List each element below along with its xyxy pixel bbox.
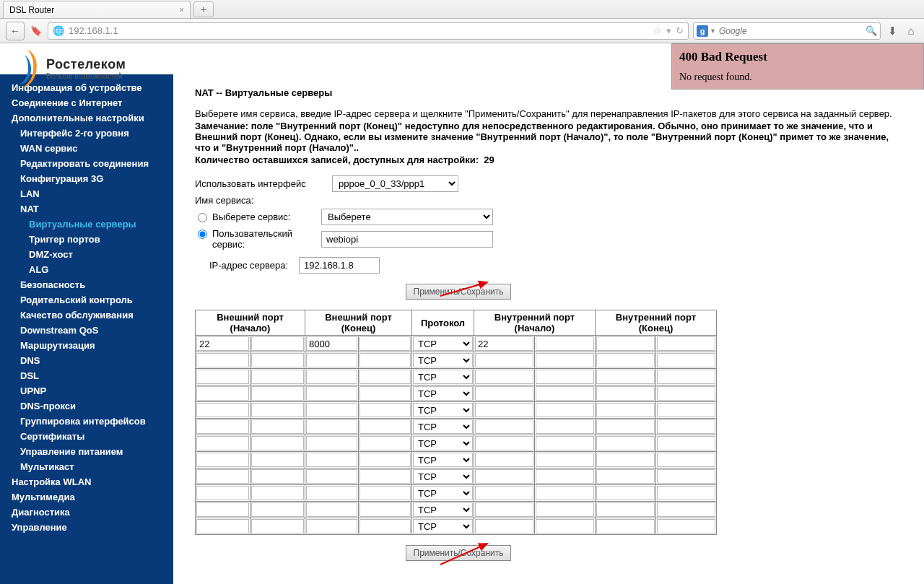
ext-port-start2-input[interactable]: [251, 370, 304, 384]
star-icon[interactable]: ☆: [653, 25, 662, 36]
int-port-end-input[interactable]: [596, 370, 655, 384]
back-button[interactable]: ←: [6, 22, 25, 40]
ext-port-start-input[interactable]: [196, 469, 249, 484]
sidebar-item-dsl[interactable]: DSL: [0, 368, 173, 383]
sidebar-item-internet[interactable]: Соединение с Интернет: [0, 95, 173, 110]
protocol-select[interactable]: TCP: [413, 502, 473, 517]
reload-icon[interactable]: ↻: [676, 25, 684, 36]
int-port-start-input[interactable]: [475, 486, 533, 500]
int-port-start-input[interactable]: [475, 469, 533, 484]
int-port-end-input[interactable]: [596, 453, 655, 467]
int-port-start2-input[interactable]: [536, 453, 594, 467]
sidebar-item-multicast[interactable]: Мультикаст: [0, 459, 173, 474]
ext-port-start-input[interactable]: [196, 353, 249, 367]
ext-port-end-input[interactable]: [306, 469, 357, 484]
protocol-select[interactable]: TCP: [413, 386, 473, 401]
int-port-end2-input[interactable]: [657, 436, 715, 450]
int-port-end-input[interactable]: [596, 336, 655, 351]
sidebar-item-nat[interactable]: NAT: [0, 201, 173, 217]
int-port-end2-input[interactable]: [657, 419, 715, 434]
int-port-end-input[interactable]: [596, 386, 655, 401]
int-port-start2-input[interactable]: [536, 403, 594, 417]
url-bar[interactable]: 🌐 192.168.1.1 ☆ ▾ ↻: [48, 22, 689, 40]
ext-port-end2-input[interactable]: [359, 519, 411, 533]
sidebar-item-parental[interactable]: Родительский контроль: [0, 292, 173, 308]
sidebar-item-lan[interactable]: LAN: [0, 186, 173, 201]
int-port-end2-input[interactable]: [657, 486, 715, 500]
int-port-end2-input[interactable]: [657, 353, 715, 367]
ext-port-end2-input[interactable]: [359, 469, 411, 484]
int-port-start-input[interactable]: [475, 519, 533, 533]
ext-port-start-input[interactable]: [196, 453, 249, 467]
custom-service-radio[interactable]: [198, 230, 207, 239]
protocol-select[interactable]: TCP: [413, 336, 473, 351]
protocol-select[interactable]: TCP: [413, 453, 473, 467]
interface-select[interactable]: pppoe_0_0_33/ppp1: [332, 175, 458, 192]
int-port-end-input[interactable]: [596, 436, 655, 450]
sidebar-item-advanced[interactable]: Дополнительные настройки: [0, 110, 173, 126]
ext-port-start2-input[interactable]: [251, 419, 304, 434]
sidebar-item-power[interactable]: Управление питанием: [0, 444, 173, 459]
ext-port-end-input[interactable]: [306, 486, 357, 500]
int-port-end-input[interactable]: [596, 403, 655, 417]
int-port-start2-input[interactable]: [536, 469, 594, 484]
int-port-start2-input[interactable]: [536, 502, 594, 517]
search-bar[interactable]: g ▼ 🔍: [693, 22, 881, 40]
int-port-start-input[interactable]: [475, 436, 533, 450]
ext-port-start-input[interactable]: [196, 419, 249, 434]
int-port-end2-input[interactable]: [657, 370, 715, 384]
sidebar-item-wan[interactable]: WAN сервис: [0, 141, 173, 156]
ext-port-start-input[interactable]: [196, 370, 249, 384]
int-port-start2-input[interactable]: [536, 353, 594, 367]
int-port-start2-input[interactable]: [536, 436, 594, 450]
sidebar-item-multimedia[interactable]: Мультимедиа: [0, 489, 173, 505]
int-port-start-input[interactable]: [475, 403, 533, 417]
int-port-end-input[interactable]: [596, 419, 655, 434]
protocol-select[interactable]: TCP: [413, 370, 473, 384]
int-port-start2-input[interactable]: [536, 336, 594, 351]
ext-port-end2-input[interactable]: [359, 436, 411, 450]
sidebar-item-management[interactable]: Управление: [0, 520, 173, 535]
int-port-start-input[interactable]: [475, 453, 533, 467]
int-port-start2-input[interactable]: [536, 386, 594, 401]
ext-port-start2-input[interactable]: [251, 486, 304, 500]
int-port-end-input[interactable]: [596, 469, 655, 484]
int-port-end2-input[interactable]: [657, 469, 715, 484]
new-tab-button[interactable]: +: [193, 1, 214, 17]
ext-port-end-input[interactable]: [306, 502, 357, 517]
ext-port-start-input[interactable]: [196, 486, 249, 500]
ext-port-end2-input[interactable]: [359, 336, 411, 351]
sidebar-item-diagnostics[interactable]: Диагностика: [0, 505, 173, 520]
ext-port-end-input[interactable]: [306, 436, 357, 450]
protocol-select[interactable]: TCP: [413, 469, 473, 484]
ext-port-end-input[interactable]: [306, 519, 357, 533]
ext-port-start-input[interactable]: [196, 436, 249, 450]
downloads-icon[interactable]: ⬇: [885, 24, 899, 38]
int-port-end2-input[interactable]: [657, 453, 715, 467]
protocol-select[interactable]: TCP: [413, 519, 473, 533]
int-port-start-input[interactable]: [475, 419, 533, 434]
ext-port-start-input[interactable]: [196, 519, 249, 533]
ext-port-end-input[interactable]: [306, 370, 357, 384]
search-icon[interactable]: 🔍: [866, 25, 877, 36]
int-port-start2-input[interactable]: [536, 486, 594, 500]
protocol-select[interactable]: TCP: [413, 353, 473, 367]
ext-port-start-input[interactable]: [196, 403, 249, 417]
ext-port-start2-input[interactable]: [251, 353, 304, 367]
browser-tab[interactable]: DSL Router: [3, 1, 191, 18]
int-port-start2-input[interactable]: [536, 419, 594, 434]
service-select[interactable]: Выберете: [321, 209, 493, 225]
ext-port-end-input[interactable]: [306, 336, 357, 351]
ext-port-end2-input[interactable]: [359, 353, 411, 367]
int-port-end-input[interactable]: [596, 502, 655, 517]
home-icon[interactable]: ⌂: [904, 24, 918, 38]
ext-port-start-input[interactable]: [196, 502, 249, 517]
sidebar-item-dns-proxy[interactable]: DNS-прокси: [0, 398, 173, 414]
int-port-end-input[interactable]: [596, 486, 655, 500]
sidebar-item-cert[interactable]: Сертификаты: [0, 429, 173, 444]
protocol-select[interactable]: TCP: [413, 486, 473, 500]
sidebar-item-dns[interactable]: DNS: [0, 353, 173, 368]
ext-port-end2-input[interactable]: [359, 419, 411, 434]
int-port-end2-input[interactable]: [657, 386, 715, 401]
int-port-start2-input[interactable]: [536, 370, 594, 384]
